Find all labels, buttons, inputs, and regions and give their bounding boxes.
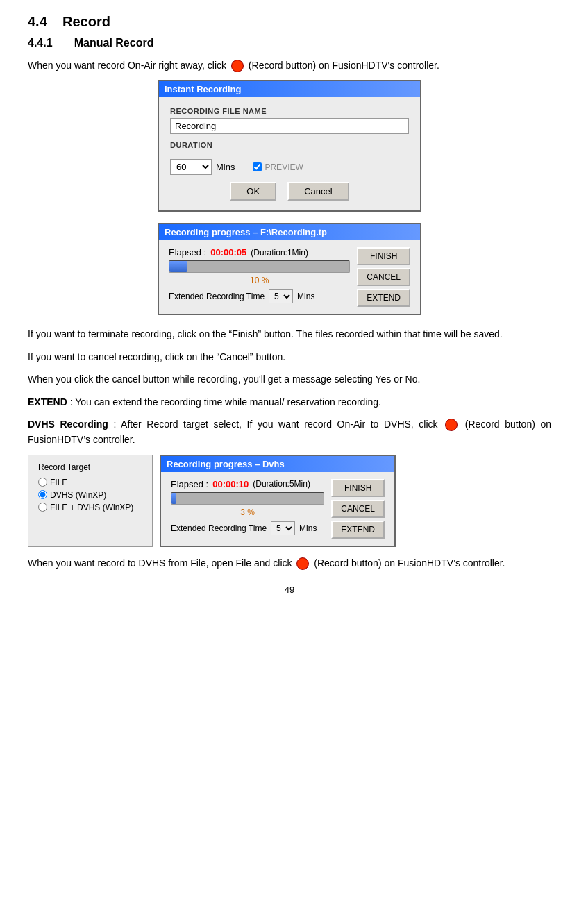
dvhs-progress-percent: 3 % xyxy=(171,507,324,517)
duration-controls-row: 60 Mins PREVIEW xyxy=(170,159,409,175)
ext-unit: Mins xyxy=(297,292,314,301)
dvhs-extend-button[interactable]: EXTEND xyxy=(331,521,385,539)
progress-bar-container xyxy=(169,260,350,273)
file-dvhs-radio[interactable] xyxy=(38,503,47,512)
progress-body: Elapsed : 00:00:05 (Duration:1Min) 10 % … xyxy=(159,240,420,314)
subsection-title: Manual Record xyxy=(74,37,154,49)
progress-layout: Elapsed : 00:00:05 (Duration:1Min) 10 % … xyxy=(169,247,410,307)
elapsed-time: 00:00:05 xyxy=(210,247,246,258)
dvhs-progress-dialog: Recording progress – Dvhs Elapsed : 00:0… xyxy=(160,455,396,547)
dvhs-from-file-text: When you want record to DVHS from File, … xyxy=(28,557,292,569)
section-number: 4.4 xyxy=(28,14,47,29)
elapsed-row: Elapsed : 00:00:05 (Duration:1Min) xyxy=(169,247,350,258)
page-number: 49 xyxy=(28,585,551,595)
record-icon-dvhs xyxy=(445,419,458,431)
dvhs-progress-layout: Elapsed : 00:00:10 (Duration:5Min) 3 % E… xyxy=(171,479,385,539)
instant-recording-section: Instant Recording RECORDING FILE NAME DU… xyxy=(28,80,551,216)
dvhs-progress-title: Recording progress – Dvhs xyxy=(161,456,394,472)
duration-row: DURATION xyxy=(170,141,409,152)
file-dvhs-option-row: FILE + DVHS (WinXP) xyxy=(38,503,142,512)
extend-paragraph: EXTEND : You can extend the recording ti… xyxy=(28,394,551,410)
recording-progress-section: Recording progress – F:\Recording.tp Ela… xyxy=(28,223,551,319)
extend-button[interactable]: EXTEND xyxy=(357,289,410,307)
record-target-title: Record Target xyxy=(38,462,142,472)
dvhs-progress-body: Elapsed : 00:00:10 (Duration:5Min) 3 % E… xyxy=(161,472,394,546)
dvhs-elapsed-time: 00:00:10 xyxy=(212,479,249,489)
file-dvhs-label: FILE + DVHS (WinXP) xyxy=(50,503,133,512)
file-label: FILE xyxy=(50,478,67,487)
intro-paragraph: When you want record On-Air right away, … xyxy=(28,58,551,73)
progress-bar-fill xyxy=(169,261,187,272)
extend-text: : You can extend the recording time whil… xyxy=(70,396,381,408)
dvhs-section: Record Target FILE DVHS (WinXP) FILE + D… xyxy=(28,455,551,547)
dvhs-elapsed-label: Elapsed : xyxy=(171,479,208,489)
record-icon-file xyxy=(296,557,309,570)
dvhs-progress-main: Elapsed : 00:00:10 (Duration:5Min) 3 % E… xyxy=(171,479,324,539)
extend-label: EXTEND xyxy=(28,396,67,408)
terminate-paragraph: If you want to terminate recording, clic… xyxy=(28,326,551,342)
duration-select[interactable]: 60 xyxy=(170,159,212,175)
cancel-button[interactable]: CANCEL xyxy=(357,268,410,286)
dvhs-from-file-paragraph: When you want record to DVHS from File, … xyxy=(28,555,551,571)
file-radio[interactable] xyxy=(38,478,47,487)
progress-main: Elapsed : 00:00:05 (Duration:1Min) 10 % … xyxy=(169,247,350,307)
instant-recording-dialog: Instant Recording RECORDING FILE NAME DU… xyxy=(158,80,421,212)
dvhs-ext-select[interactable]: 5 xyxy=(271,521,295,535)
dvhs-progress-bar-fill xyxy=(171,493,176,504)
subsection-number: 4.4.1 xyxy=(28,37,53,49)
ext-label: Extended Recording Time xyxy=(169,292,265,301)
dvhs-label: DVHS (WinXP) xyxy=(50,490,106,500)
dialog-buttons: OK Cancel xyxy=(170,182,409,201)
preview-checkbox[interactable] xyxy=(253,162,262,171)
dvhs-elapsed-row: Elapsed : 00:00:10 (Duration:5Min) xyxy=(171,479,324,489)
side-buttons: FINISH CANCEL EXTEND xyxy=(357,247,410,307)
record-target-box: Record Target FILE DVHS (WinXP) FILE + D… xyxy=(28,455,153,547)
dvhs-ext-unit: Mins xyxy=(299,523,317,533)
cancel-paragraph: If you want to cancel recording, click o… xyxy=(28,349,551,364)
section-title: Record xyxy=(62,14,110,29)
dvhs-from-file-text2: (Record button) on FusionHDTV’s controll… xyxy=(314,557,505,569)
file-option-row: FILE xyxy=(38,478,142,487)
dvhs-radio[interactable] xyxy=(38,490,47,499)
duration-label: DURATION xyxy=(170,141,212,149)
dvhs-option-row: DVHS (WinXP) xyxy=(38,490,142,500)
instant-recording-title: Instant Recording xyxy=(159,81,420,97)
progress-title: Recording progress – F:\Recording.tp xyxy=(159,224,420,240)
instant-recording-body: RECORDING FILE NAME DURATION 60 Mins PRE… xyxy=(159,97,420,210)
ext-select[interactable]: 5 xyxy=(269,289,293,303)
dvhs-progress-bar-container xyxy=(171,492,324,505)
finish-button[interactable]: FINISH xyxy=(357,247,410,265)
preview-label: PREVIEW xyxy=(265,162,303,172)
dvhs-cancel-button[interactable]: CANCEL xyxy=(331,500,385,518)
duration-label: (Duration:1Min) xyxy=(251,248,308,258)
record-icon-inline xyxy=(231,60,244,72)
dvhs-text: : After Record target select, If you wan… xyxy=(113,419,437,430)
section-heading: 4.4 Record xyxy=(28,14,551,30)
preview-row: PREVIEW xyxy=(253,162,303,172)
file-name-input[interactable] xyxy=(170,118,409,134)
ok-button[interactable]: OK xyxy=(230,182,276,201)
duration-unit: Mins xyxy=(216,162,235,172)
cancel2-paragraph: When you click the cancel button while r… xyxy=(28,371,551,387)
dvhs-ext-label: Extended Recording Time xyxy=(171,523,267,533)
ext-row: Extended Recording Time 5 Mins xyxy=(169,289,350,303)
subsection-heading: 4.4.1 Manual Record xyxy=(28,37,551,49)
dvhs-side-buttons: FINISH CANCEL EXTEND xyxy=(331,479,385,539)
dvhs-finish-button[interactable]: FINISH xyxy=(331,479,385,497)
dvhs-ext-row: Extended Recording Time 5 Mins xyxy=(171,521,324,535)
progress-percent: 10 % xyxy=(169,276,350,285)
elapsed-label: Elapsed : xyxy=(169,247,206,258)
dvhs-paragraph: DVHS Recording : After Record target sel… xyxy=(28,417,551,448)
file-name-label: RECORDING FILE NAME xyxy=(170,107,409,115)
dvhs-label: DVHS Recording xyxy=(28,419,108,430)
cancel-button[interactable]: Cancel xyxy=(287,182,349,201)
recording-progress-dialog: Recording progress – F:\Recording.tp Ela… xyxy=(158,223,421,315)
dvhs-duration-label: (Duration:5Min) xyxy=(253,479,310,489)
